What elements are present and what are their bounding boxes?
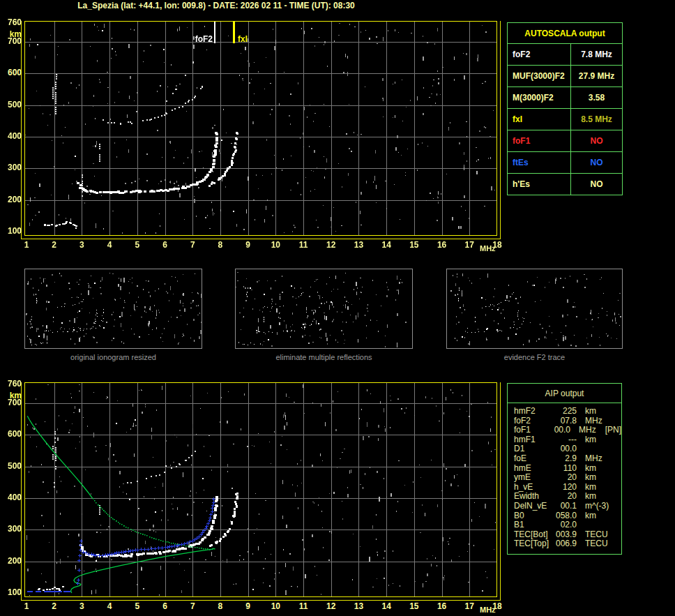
y-tick: 760 [0, 380, 22, 389]
aip-row-unit: MHz [579, 426, 596, 435]
autoscala-row-label: ftEs [508, 152, 571, 173]
autoscala-row-value: NO [571, 152, 622, 173]
aip-row: hmE110km [508, 464, 621, 474]
autoscala-row: h'EsNO [508, 174, 622, 195]
x-tick: 3 [71, 240, 92, 250]
thumbnail-evidence-f2 [446, 269, 623, 349]
y-tick: 500 [0, 100, 22, 110]
x-tick: 14 [376, 601, 397, 611]
x-tick: 9 [238, 601, 259, 611]
x-tick: 9 [238, 240, 259, 250]
x-tick: 8 [210, 601, 231, 611]
y-tick: 100 [0, 588, 22, 597]
x-tick: 11 [293, 240, 314, 250]
x-tick: 3 [71, 601, 92, 611]
x-tick: 14 [376, 240, 397, 250]
aip-row-label: Ewidth [514, 492, 554, 502]
aip-row-unit: km [585, 492, 596, 502]
aip-row-unit: m^(-3) [585, 502, 609, 511]
aip-row: h_vE120km [508, 483, 621, 493]
x-tick: 13 [348, 601, 369, 611]
y-tick: 600 [0, 68, 22, 77]
autoscala-row: fxI8.5 MHz [508, 109, 622, 130]
aip-row-value: 058.0 [554, 511, 577, 521]
aip-row-unit: km [585, 511, 596, 521]
x-tick: 5 [127, 601, 148, 611]
x-tick: 8 [210, 240, 231, 250]
autoscala-row: MUF(3000)F227.9 MHz [508, 66, 622, 87]
aip-row-unit: km [585, 473, 596, 483]
x-tick: 2 [44, 601, 65, 611]
aip-row-label: hmF1 [514, 435, 554, 445]
aip-row-value: 006.9 [554, 539, 577, 549]
thumbnail-eliminate-canvas [235, 269, 413, 349]
x-tick: 12 [321, 240, 342, 250]
autoscala-row: M(3000)F23.58 [508, 87, 622, 109]
aip-row-unit: km [585, 407, 596, 416]
aip-row-unit: km [585, 435, 596, 445]
x-tick: 1 [16, 240, 37, 250]
aip-row: foF100.0MHz[PN] [508, 426, 621, 435]
aip-row-label: hmE [514, 464, 554, 474]
thumbnail-original-ionogram [24, 269, 202, 349]
autoscala-row-label: MUF(3000)F2 [508, 66, 571, 87]
aip-row-value: 110 [554, 464, 577, 474]
aip-row-label: hmF2 [514, 407, 554, 416]
aip-row-value: 2.9 [554, 454, 577, 464]
aip-row-value: 00.1 [554, 502, 577, 511]
autoscala-row-label: M(3000)F2 [508, 87, 571, 108]
aip-row-value: 20 [554, 473, 577, 483]
thumbnail-eliminate-reflections [235, 269, 413, 349]
aip-output-table: AIP output hmF2225kmfoF207.8MHzfoF100.0M… [507, 383, 622, 555]
autoscala-row-label: foF1 [508, 130, 571, 151]
fxI-marker-label: fxI [238, 34, 248, 44]
y-tick: 400 [0, 132, 22, 141]
x-tick: 4 [99, 240, 120, 250]
aip-table-title: AIP output [508, 384, 621, 403]
aip-row-label: foE [514, 454, 554, 464]
x-tick: 5 [127, 240, 148, 250]
y-tick: 700 [0, 398, 22, 407]
autoscala-table-title: AUTOSCALA output [508, 23, 622, 44]
x-tick: 16 [432, 601, 453, 611]
aip-row: foE2.9MHz [508, 454, 621, 464]
x-tick: 7 [182, 240, 203, 250]
x-tick: 11 [293, 601, 314, 611]
aip-row-value: 120 [554, 483, 577, 493]
aip-row-label: TEC[Top] [514, 539, 554, 549]
autoscala-row: foF1NO [508, 130, 622, 152]
y-tick: 400 [0, 493, 22, 502]
top-ionogram-plot: foF2 fxI [24, 21, 497, 236]
autoscala-row-value: 3.58 [571, 87, 622, 108]
aip-row-value: 07.8 [554, 416, 577, 426]
x-tick: 6 [155, 601, 176, 611]
aip-row-unit: MHz [585, 416, 602, 426]
x-tick: 15 [404, 240, 425, 250]
x-tick: 17 [459, 601, 480, 611]
aip-row-value: 003.9 [554, 530, 577, 540]
aip-row: B102.0 [508, 520, 621, 530]
x-tick: 7 [182, 601, 203, 611]
top-x-axis-unit: MHz [480, 244, 496, 253]
aip-table-rows: hmF2225kmfoF207.8MHzfoF100.0MHz[PN]hmF1-… [508, 403, 621, 549]
aip-row-extra: [PN] [605, 426, 621, 435]
aip-row-label: TEC[Bot] [514, 530, 554, 540]
aip-row: TEC[Bot]003.9TECU [508, 530, 621, 540]
autoscala-row-label: h'Es [508, 174, 571, 195]
bottom-x-axis-unit: MHz [480, 606, 496, 614]
thumbnail-caption-evidence: evidence F2 trace [446, 353, 623, 361]
aip-row-value: 00.0 [554, 444, 577, 454]
aip-row: ymE20km [508, 473, 621, 483]
y-tick: 300 [0, 163, 22, 172]
x-tick: 10 [265, 601, 286, 611]
aip-row-label: DelN_vE [514, 502, 554, 511]
aip-row: DelN_vE00.1m^(-3) [508, 502, 621, 511]
thumbnail-caption-eliminate: eliminate multiple reflections [235, 353, 413, 361]
autoscala-table-rows: foF27.8 MHzMUF(3000)F227.9 MHzM(3000)F23… [508, 44, 622, 195]
aip-row: foF207.8MHz [508, 416, 621, 426]
aip-row-label: B1 [514, 520, 554, 530]
aip-row-label: D1 [514, 444, 554, 454]
aip-row: Ewidth20km [508, 492, 621, 502]
x-tick: 10 [265, 240, 286, 250]
y-tick: 100 [0, 227, 22, 236]
